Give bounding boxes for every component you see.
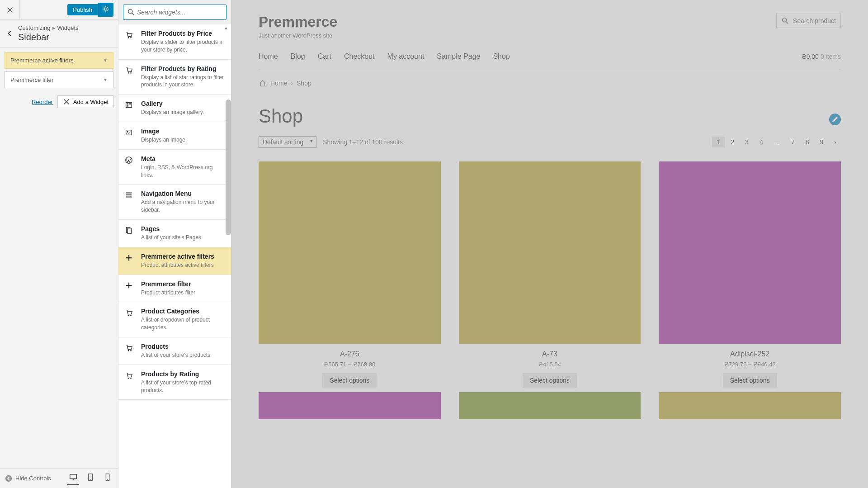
svg-point-0 [104,8,107,10]
widget-list-item[interactable]: Products by RatingA list of your store's… [118,365,231,400]
widget-list[interactable]: ▲ Filter Products by PriceDisplay a slid… [118,24,231,488]
back-button[interactable] [5,29,18,38]
svg-point-4 [90,479,90,480]
sidebar-widget-chip[interactable]: Premmerce filter▼ [5,71,113,88]
product-image[interactable] [459,392,641,419]
widget-list-item[interactable]: Premmerce filterProduct attributes filte… [118,275,231,303]
svg-point-8 [128,37,129,38]
page-link[interactable]: 1 [712,137,725,147]
select-options-button[interactable]: Select options [523,373,577,388]
widget-list-item[interactable]: MetaLogin, RSS, & WordPress.org links. [118,150,231,185]
pencil-icon [831,115,839,123]
widget-list-item[interactable]: GalleryDisplays an image gallery. [118,95,231,122]
nav-link[interactable]: My account [387,52,425,61]
page-link[interactable]: 3 [741,137,753,147]
widget-item-title: Premmerce active filters [141,253,225,260]
widget-item-title: Navigation Menu [141,190,225,197]
device-mobile-button[interactable] [102,471,113,485]
select-options-button[interactable]: Select options [723,373,777,388]
product-price: ₴415.54 [459,361,641,368]
product-image[interactable] [659,392,841,419]
product-name: Adipisci-252 [659,350,841,358]
tablet-icon [86,473,94,481]
device-tablet-button[interactable] [85,471,96,485]
svg-point-21 [128,315,129,316]
site-tagline: Just another WordPress site [259,32,337,39]
page-link[interactable]: 7 [787,137,799,147]
page-link[interactable]: 4 [755,137,768,147]
widget-item-desc: Display a slider to filter products in y… [141,38,225,54]
widget-list-item[interactable]: ImageDisplays an image. [118,122,231,150]
product-card[interactable]: Adipisci-252₴729.76 – ₴946.42Select opti… [659,161,841,388]
sort-select[interactable]: Default sorting [259,136,316,148]
widget-item-desc: Displays an image. [141,136,225,144]
svg-point-22 [130,315,132,316]
svg-rect-12 [126,103,132,108]
nav-link[interactable]: Sample Page [437,52,480,61]
product-search[interactable]: Search product [776,14,841,28]
reorder-link[interactable]: Reorder [32,99,53,105]
widget-list-item[interactable]: Product CategoriesA list or dropdown of … [118,302,231,337]
widget-list-item[interactable]: Filter Products by RatingDisplay a list … [118,60,231,95]
edit-shortcut-button[interactable] [829,114,841,125]
scroll-up-caret[interactable]: ▲ [223,24,229,31]
widget-list-item[interactable]: ProductsA list of your store's products. [118,337,231,365]
nav-link[interactable]: Home [259,52,278,61]
widget-item-title: Filter Products by Price [141,30,225,37]
product-image[interactable] [259,392,441,419]
widget-list-item[interactable]: PagesA list of your site's Pages. [118,220,231,247]
widget-list-item[interactable]: Premmerce active filtersProduct attribut… [118,247,231,275]
select-options-button[interactable]: Select options [322,373,377,388]
image-icon [125,128,136,144]
widget-list-item[interactable]: Navigation MenuAdd a navigation menu to … [118,185,231,220]
widget-item-desc: Product attributes filter [141,289,225,297]
svg-point-7 [128,9,132,14]
page-link[interactable]: 9 [816,137,828,147]
svg-point-25 [128,378,129,379]
svg-point-11 [130,72,132,74]
product-card[interactable] [459,392,641,419]
page-link: … [769,137,785,147]
product-card[interactable]: A-276₴565.71 – ₴768.80Select options [259,161,441,388]
widget-item-desc: Display a list of star ratings to filter… [141,74,225,89]
cart-icon [125,30,136,54]
widget-item-title: Products [141,343,225,350]
page-link[interactable]: 2 [726,137,739,147]
widget-item-desc: A list of your store's top-rated product… [141,379,225,394]
cart-icon [125,65,136,89]
cart-icon [125,343,136,359]
product-card[interactable]: A-73₴415.54Select options [459,161,641,388]
widget-list-item[interactable]: Filter Products by PriceDisplay a slider… [118,24,231,60]
publish-settings-button[interactable] [98,3,113,17]
site-title[interactable]: Premmerce [259,14,337,30]
widget-item-title: Image [141,128,225,135]
nav-link[interactable]: Blog [291,52,305,61]
nav-link[interactable]: Cart [318,52,331,61]
cart-summary[interactable]: ₴0.000 items [802,53,841,60]
page-link[interactable]: 8 [801,137,814,147]
svg-rect-14 [129,104,131,105]
nav-link[interactable]: Checkout [344,52,375,61]
sidebar-widget-chip[interactable]: Premmerce active filters▼ [5,52,113,69]
product-price: ₴729.76 – ₴946.42 [659,361,841,368]
add-widget-button[interactable]: Add a Widget [57,95,113,108]
product-card[interactable] [259,392,441,419]
scrollbar-thumb[interactable] [226,99,231,235]
plus-icon [125,253,136,269]
product-image[interactable] [459,161,641,344]
chevron-down-icon: ▼ [103,58,108,63]
close-button[interactable] [0,0,20,20]
device-desktop-button[interactable] [67,471,79,485]
publish-button[interactable]: Publish [67,4,98,15]
product-image[interactable] [659,161,841,344]
page-next[interactable]: › [830,137,841,147]
product-card[interactable] [659,392,841,419]
widget-item-desc: Product attributes active filters [141,261,225,269]
breadcrumb: Customizing▸Widgets [18,24,79,31]
shop-breadcrumb: Home › Shop [259,79,841,87]
svg-rect-13 [127,104,129,105]
search-widgets-input[interactable] [135,7,222,18]
nav-link[interactable]: Shop [493,52,509,61]
product-image[interactable] [259,161,441,344]
hide-controls-button[interactable]: Hide Controls [5,474,67,483]
